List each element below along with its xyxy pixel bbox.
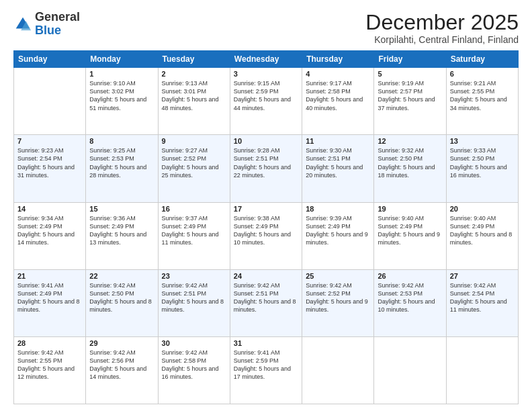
- logo-general: General: [35, 10, 80, 24]
- day-info: Sunrise: 9:15 AMSunset: 2:59 PMDaylight:…: [234, 79, 298, 112]
- logo: General Blue: [13, 11, 80, 38]
- header-row: Sunday Monday Tuesday Wednesday Thursday…: [14, 51, 519, 68]
- day-number: 26: [378, 272, 442, 280]
- table-row: 29 Sunrise: 9:42 AMSunset: 2:56 PMDaylig…: [86, 336, 158, 404]
- week-row-3: 21 Sunrise: 9:41 AMSunset: 2:49 PMDaylig…: [14, 269, 519, 336]
- table-row: 14 Sunrise: 9:34 AMSunset: 2:49 PMDaylig…: [14, 202, 86, 269]
- table-row: 23 Sunrise: 9:42 AMSunset: 2:51 PMDaylig…: [158, 269, 230, 336]
- day-number: 30: [162, 339, 226, 347]
- table-row: 28 Sunrise: 9:42 AMSunset: 2:55 PMDaylig…: [14, 336, 86, 404]
- table-row: 13 Sunrise: 9:33 AMSunset: 2:50 PMDaylig…: [446, 135, 518, 202]
- day-info: Sunrise: 9:23 AMSunset: 2:54 PMDaylight:…: [17, 146, 82, 179]
- header: General Blue December 2025 Korpilahti, C…: [13, 11, 519, 45]
- day-info: Sunrise: 9:13 AMSunset: 3:01 PMDaylight:…: [162, 79, 226, 112]
- table-row: 6 Sunrise: 9:21 AMSunset: 2:55 PMDayligh…: [446, 68, 518, 135]
- day-number: 16: [162, 205, 226, 213]
- calendar-table: Sunday Monday Tuesday Wednesday Thursday…: [13, 50, 519, 404]
- table-row: 19 Sunrise: 9:40 AMSunset: 2:49 PMDaylig…: [374, 202, 446, 269]
- table-row: 25 Sunrise: 9:42 AMSunset: 2:52 PMDaylig…: [302, 269, 374, 336]
- table-row: 11 Sunrise: 9:30 AMSunset: 2:51 PMDaylig…: [302, 135, 374, 202]
- page: General Blue December 2025 Korpilahti, C…: [0, 0, 532, 411]
- table-row: 9 Sunrise: 9:27 AMSunset: 2:52 PMDayligh…: [158, 135, 230, 202]
- month-title: December 2025: [365, 11, 519, 34]
- table-row: 22 Sunrise: 9:42 AMSunset: 2:50 PMDaylig…: [86, 269, 158, 336]
- table-row: 31 Sunrise: 9:41 AMSunset: 2:59 PMDaylig…: [230, 336, 302, 404]
- day-info: Sunrise: 9:25 AMSunset: 2:53 PMDaylight:…: [89, 146, 154, 179]
- day-info: Sunrise: 9:33 AMSunset: 2:50 PMDaylight:…: [450, 146, 515, 179]
- week-row-0: 1 Sunrise: 9:10 AMSunset: 3:02 PMDayligh…: [14, 68, 519, 135]
- table-row: 15 Sunrise: 9:36 AMSunset: 2:49 PMDaylig…: [86, 202, 158, 269]
- location-subtitle: Korpilahti, Central Finland, Finland: [365, 34, 519, 45]
- day-info: Sunrise: 9:27 AMSunset: 2:52 PMDaylight:…: [162, 146, 226, 179]
- table-row: 1 Sunrise: 9:10 AMSunset: 3:02 PMDayligh…: [86, 68, 158, 135]
- table-row: [446, 336, 518, 404]
- table-row: 21 Sunrise: 9:41 AMSunset: 2:49 PMDaylig…: [14, 269, 86, 336]
- table-row: 3 Sunrise: 9:15 AMSunset: 2:59 PMDayligh…: [230, 68, 302, 135]
- day-info: Sunrise: 9:19 AMSunset: 2:57 PMDaylight:…: [378, 79, 442, 112]
- day-info: Sunrise: 9:42 AMSunset: 2:53 PMDaylight:…: [378, 281, 442, 314]
- col-saturday: Saturday: [446, 51, 518, 68]
- col-wednesday: Wednesday: [230, 51, 302, 68]
- day-number: 5: [378, 70, 442, 78]
- day-number: 7: [17, 137, 82, 145]
- table-row: 27 Sunrise: 9:42 AMSunset: 2:54 PMDaylig…: [446, 269, 518, 336]
- day-info: Sunrise: 9:38 AMSunset: 2:49 PMDaylight:…: [234, 214, 298, 247]
- day-info: Sunrise: 9:17 AMSunset: 2:58 PMDaylight:…: [306, 79, 370, 112]
- title-block: December 2025 Korpilahti, Central Finlan…: [365, 11, 519, 45]
- day-number: 14: [17, 205, 82, 213]
- day-number: 3: [234, 70, 298, 78]
- table-row: 7 Sunrise: 9:23 AMSunset: 2:54 PMDayligh…: [14, 135, 86, 202]
- day-info: Sunrise: 9:21 AMSunset: 2:55 PMDaylight:…: [450, 79, 515, 112]
- day-number: 11: [306, 137, 370, 145]
- day-info: Sunrise: 9:40 AMSunset: 2:49 PMDaylight:…: [450, 214, 515, 247]
- week-row-4: 28 Sunrise: 9:42 AMSunset: 2:55 PMDaylig…: [14, 336, 519, 404]
- day-number: 21: [17, 272, 82, 280]
- table-row: 17 Sunrise: 9:38 AMSunset: 2:49 PMDaylig…: [230, 202, 302, 269]
- day-number: 1: [89, 70, 154, 78]
- table-row: 10 Sunrise: 9:28 AMSunset: 2:51 PMDaylig…: [230, 135, 302, 202]
- day-info: Sunrise: 9:10 AMSunset: 3:02 PMDaylight:…: [89, 79, 154, 112]
- day-number: 2: [162, 70, 226, 78]
- day-number: 6: [450, 70, 515, 78]
- day-number: 27: [450, 272, 515, 280]
- day-info: Sunrise: 9:42 AMSunset: 2:50 PMDaylight:…: [89, 281, 154, 314]
- table-row: [14, 68, 86, 135]
- table-row: 16 Sunrise: 9:37 AMSunset: 2:49 PMDaylig…: [158, 202, 230, 269]
- day-info: Sunrise: 9:39 AMSunset: 2:49 PMDaylight:…: [306, 214, 370, 247]
- day-info: Sunrise: 9:32 AMSunset: 2:50 PMDaylight:…: [378, 146, 442, 179]
- table-row: 18 Sunrise: 9:39 AMSunset: 2:49 PMDaylig…: [302, 202, 374, 269]
- day-number: 10: [234, 137, 298, 145]
- day-number: 15: [89, 205, 154, 213]
- col-tuesday: Tuesday: [158, 51, 230, 68]
- day-info: Sunrise: 9:41 AMSunset: 2:59 PMDaylight:…: [234, 349, 298, 381]
- day-number: 4: [306, 70, 370, 78]
- day-info: Sunrise: 9:42 AMSunset: 2:58 PMDaylight:…: [162, 349, 226, 381]
- day-info: Sunrise: 9:42 AMSunset: 2:51 PMDaylight:…: [162, 281, 226, 314]
- logo-text: General Blue: [35, 11, 80, 38]
- day-info: Sunrise: 9:42 AMSunset: 2:52 PMDaylight:…: [306, 281, 370, 314]
- day-info: Sunrise: 9:30 AMSunset: 2:51 PMDaylight:…: [306, 146, 370, 179]
- day-number: 19: [378, 205, 442, 213]
- day-number: 24: [234, 272, 298, 280]
- day-number: 20: [450, 205, 515, 213]
- day-number: 8: [89, 137, 154, 145]
- day-info: Sunrise: 9:28 AMSunset: 2:51 PMDaylight:…: [234, 146, 298, 179]
- day-info: Sunrise: 9:37 AMSunset: 2:49 PMDaylight:…: [162, 214, 226, 247]
- table-row: 30 Sunrise: 9:42 AMSunset: 2:58 PMDaylig…: [158, 336, 230, 404]
- col-thursday: Thursday: [302, 51, 374, 68]
- table-row: 4 Sunrise: 9:17 AMSunset: 2:58 PMDayligh…: [302, 68, 374, 135]
- day-info: Sunrise: 9:42 AMSunset: 2:54 PMDaylight:…: [450, 281, 515, 314]
- table-row: 5 Sunrise: 9:19 AMSunset: 2:57 PMDayligh…: [374, 68, 446, 135]
- week-row-2: 14 Sunrise: 9:34 AMSunset: 2:49 PMDaylig…: [14, 202, 519, 269]
- day-number: 23: [162, 272, 226, 280]
- day-number: 29: [89, 339, 154, 347]
- col-friday: Friday: [374, 51, 446, 68]
- day-number: 22: [89, 272, 154, 280]
- table-row: 12 Sunrise: 9:32 AMSunset: 2:50 PMDaylig…: [374, 135, 446, 202]
- col-sunday: Sunday: [14, 51, 86, 68]
- table-row: 26 Sunrise: 9:42 AMSunset: 2:53 PMDaylig…: [374, 269, 446, 336]
- table-row: 24 Sunrise: 9:42 AMSunset: 2:51 PMDaylig…: [230, 269, 302, 336]
- day-info: Sunrise: 9:42 AMSunset: 2:55 PMDaylight:…: [17, 349, 82, 381]
- table-row: [302, 336, 374, 404]
- col-monday: Monday: [86, 51, 158, 68]
